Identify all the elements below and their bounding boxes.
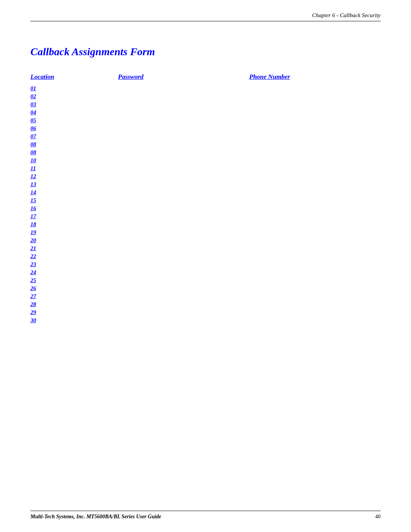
row-password xyxy=(118,300,249,308)
row-phone xyxy=(249,109,381,117)
table-row: 01 xyxy=(30,85,381,93)
row-phone xyxy=(249,244,381,252)
table-row: 19 xyxy=(30,228,381,236)
row-password xyxy=(118,252,249,260)
row-location: 24 xyxy=(30,268,118,276)
header-rule xyxy=(30,21,381,21)
row-password xyxy=(118,236,249,244)
table-row: 27 xyxy=(30,292,381,300)
row-password xyxy=(118,189,249,197)
row-phone xyxy=(249,189,381,197)
row-location: 05 xyxy=(30,117,118,125)
row-location: 28 xyxy=(30,300,118,308)
chapter-header: Chapter 6 - Callback Security xyxy=(312,12,381,19)
row-password xyxy=(118,125,249,133)
row-location: 10 xyxy=(30,157,118,165)
row-password xyxy=(118,93,249,101)
row-location: 04 xyxy=(30,109,118,117)
row-phone xyxy=(249,276,381,284)
row-password xyxy=(118,101,249,109)
row-password xyxy=(118,181,249,189)
row-phone xyxy=(249,149,381,157)
table-row: 16 xyxy=(30,204,381,212)
row-phone xyxy=(249,197,381,204)
row-location: 08 xyxy=(30,149,118,157)
footer: Multi-Tech Systems, Inc. MT5600BA/BL Ser… xyxy=(30,514,381,520)
row-phone xyxy=(249,284,381,292)
row-location: 29 xyxy=(30,308,118,316)
row-phone xyxy=(249,260,381,268)
table-row: 07 xyxy=(30,133,381,141)
table-row: 13 xyxy=(30,181,381,189)
row-password xyxy=(118,85,249,93)
col-header-phone: Phone Number xyxy=(249,73,381,85)
table-row: 15 xyxy=(30,197,381,204)
table-row: 17 xyxy=(30,212,381,220)
row-phone xyxy=(249,85,381,93)
row-phone xyxy=(249,300,381,308)
table-row: 12 xyxy=(30,173,381,181)
row-phone xyxy=(249,236,381,244)
row-password xyxy=(118,149,249,157)
row-password xyxy=(118,276,249,284)
table-row: 08 xyxy=(30,141,381,149)
row-phone xyxy=(249,212,381,220)
row-location: 13 xyxy=(30,181,118,189)
row-phone xyxy=(249,228,381,236)
table-row: 10 xyxy=(30,157,381,165)
table-row: 14 xyxy=(30,189,381,197)
table-row: 28 xyxy=(30,300,381,308)
row-password xyxy=(118,109,249,117)
table-row: 24 xyxy=(30,268,381,276)
row-location: 30 xyxy=(30,316,118,324)
row-location: 23 xyxy=(30,260,118,268)
row-password xyxy=(118,133,249,141)
row-password xyxy=(118,308,249,316)
row-phone xyxy=(249,173,381,181)
table-row: 11 xyxy=(30,165,381,173)
row-location: 14 xyxy=(30,189,118,197)
table-row: 30 xyxy=(30,316,381,324)
row-location: 18 xyxy=(30,220,118,228)
row-password xyxy=(118,220,249,228)
row-password xyxy=(118,165,249,173)
row-location: 15 xyxy=(30,197,118,204)
row-location: 07 xyxy=(30,133,118,141)
row-location: 08 xyxy=(30,141,118,149)
table-row: 22 xyxy=(30,252,381,260)
row-location: 06 xyxy=(30,125,118,133)
table-row: 04 xyxy=(30,109,381,117)
page-title: Callback Assignments Form xyxy=(30,46,381,58)
table-row: 02 xyxy=(30,93,381,101)
row-phone xyxy=(249,93,381,101)
row-password xyxy=(118,316,249,324)
row-phone xyxy=(249,141,381,149)
table-row: 21 xyxy=(30,244,381,252)
row-phone xyxy=(249,204,381,212)
callback-form-table: Location Password Phone Number 010203040… xyxy=(30,73,381,324)
page: Chapter 6 - Callback Security Callback A… xyxy=(0,0,411,532)
row-phone xyxy=(249,220,381,228)
row-password xyxy=(118,260,249,268)
chapter-title: Chapter 6 - Callback Security xyxy=(312,12,381,18)
row-location: 17 xyxy=(30,212,118,220)
table-row: 26 xyxy=(30,284,381,292)
row-phone xyxy=(249,101,381,109)
row-password xyxy=(118,212,249,220)
row-location: 12 xyxy=(30,173,118,181)
row-location: 11 xyxy=(30,165,118,173)
table-row: 06 xyxy=(30,125,381,133)
row-phone xyxy=(249,308,381,316)
row-location: 22 xyxy=(30,252,118,260)
table-row: 29 xyxy=(30,308,381,316)
row-location: 27 xyxy=(30,292,118,300)
table-row: 23 xyxy=(30,260,381,268)
footer-page-number: 40 xyxy=(375,514,381,520)
row-location: 26 xyxy=(30,284,118,292)
row-phone xyxy=(249,125,381,133)
table-row: 03 xyxy=(30,101,381,109)
row-password xyxy=(118,228,249,236)
row-password xyxy=(118,157,249,165)
table-row: 05 xyxy=(30,117,381,125)
col-header-location: Location xyxy=(30,73,118,85)
